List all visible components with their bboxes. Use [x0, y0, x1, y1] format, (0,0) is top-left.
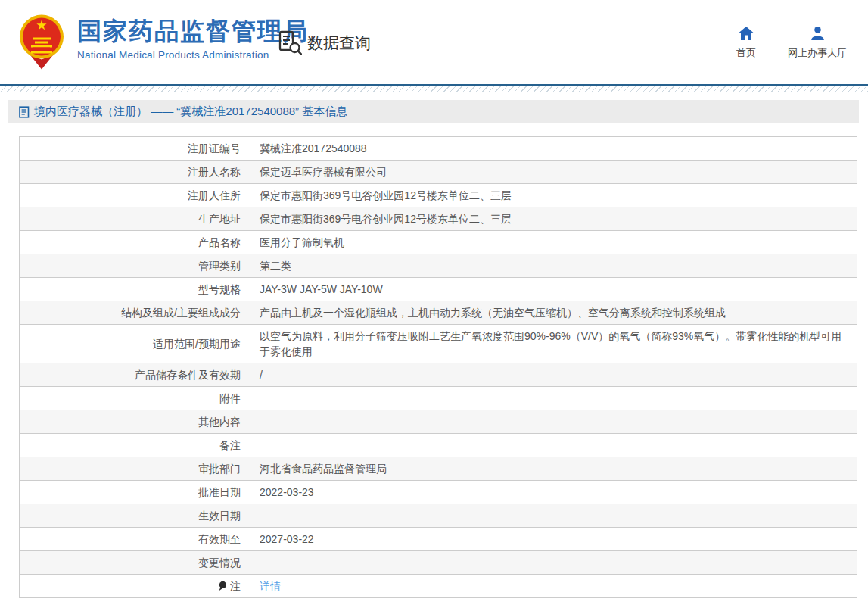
row-label: 注册人住所: [20, 184, 250, 207]
site-title-en: National Medical Products Administration: [77, 49, 309, 61]
row-label: 产品名称: [20, 231, 250, 254]
row-value: 详情: [250, 575, 857, 598]
row-value: 冀械注准20172540088: [250, 137, 857, 161]
breadcrumb-text: 境内医疗器械（注册） —— “冀械注准20172540088” 基本信息: [34, 104, 347, 119]
brand-text: 国家药品监督管理局 National Medical Products Admi…: [77, 13, 309, 61]
table-row: 批准日期2022-03-23: [20, 481, 857, 504]
row-label: 备注: [20, 434, 250, 457]
table-row: 备注: [20, 434, 857, 457]
table-row: 结构及组成/主要组成成分产品由主机及一个湿化瓶组成，主机由动力系统（无油空气压缩…: [20, 301, 857, 325]
row-value: [250, 551, 857, 575]
table-row: 生效日期: [20, 504, 857, 528]
table-row: 适用范围/预期用途以空气为原料，利用分子筛变压吸附工艺生产氧浓度范围90%-96…: [20, 325, 857, 363]
main-content: 境内医疗器械（注册） —— “冀械注准20172540088” 基本信息 注册证…: [8, 100, 859, 598]
row-label: 变更情况: [20, 551, 250, 575]
row-label: 注册人名称: [20, 161, 250, 184]
document-search-icon: [278, 30, 302, 55]
table-row: 注册人名称保定迈卓医疗器械有限公司: [20, 161, 857, 184]
table-row: 变更情况: [20, 551, 857, 575]
row-label: 附件: [20, 387, 250, 410]
row-value: 第二类: [250, 254, 857, 278]
row-label: 有效期至: [20, 528, 250, 551]
row-value: 以空气为原料，利用分子筛变压吸附工艺生产氧浓度范围90%-96%（V/V）的氧气…: [250, 325, 857, 363]
row-label: 其他内容: [20, 410, 250, 434]
data-query-label: 数据查询: [307, 33, 371, 54]
data-query[interactable]: 数据查询: [278, 30, 371, 55]
row-label: 生产地址: [20, 207, 250, 231]
site-header: 国家药品监督管理局 National Medical Products Admi…: [0, 0, 868, 84]
top-nav: 首页 网上办事大厅: [736, 27, 847, 60]
row-label: 适用范围/预期用途: [20, 325, 250, 363]
row-value: 保定市惠阳街369号电谷创业园12号楼东单位二、三层: [250, 207, 857, 231]
nav-service-hall-label: 网上办事大厅: [788, 46, 847, 60]
row-value: [250, 434, 857, 457]
row-value: 2027-03-22: [250, 528, 857, 551]
row-label: 结构及组成/主要组成成分: [20, 301, 250, 325]
table-row: 注册人住所保定市惠阳街369号电谷创业园12号楼东单位二、三层: [20, 184, 857, 207]
table-row: 产品储存条件及有效期/: [20, 363, 857, 387]
info-table-body: 注册证编号冀械注准20172540088注册人名称保定迈卓医疗器械有限公司注册人…: [20, 137, 857, 598]
table-row: 型号规格JAY-3W JAY-5W JAY-10W: [20, 278, 857, 301]
row-value: 2022-03-23: [250, 481, 857, 504]
row-value: 保定市惠阳街369号电谷创业园12号楼东单位二、三层: [250, 184, 857, 207]
table-row: 附件: [20, 387, 857, 410]
brand-logo[interactable]: 国家药品监督管理局 National Medical Products Admi…: [19, 13, 309, 70]
row-label: 产品储存条件及有效期: [20, 363, 250, 387]
nav-home-label: 首页: [736, 46, 756, 60]
person-icon: [810, 27, 825, 40]
row-label: 管理类别: [20, 254, 250, 278]
row-label: 生效日期: [20, 504, 250, 528]
document-icon: [19, 106, 30, 118]
table-row: 生产地址保定市惠阳街369号电谷创业园12号楼东单位二、三层: [20, 207, 857, 231]
table-row: 审批部门河北省食品药品监督管理局: [20, 457, 857, 481]
nav-home[interactable]: 首页: [736, 27, 756, 60]
home-icon: [739, 27, 754, 40]
row-value: 保定迈卓医疗器械有限公司: [250, 161, 857, 184]
row-value: JAY-3W JAY-5W JAY-10W: [250, 278, 857, 301]
nav-service-hall[interactable]: 网上办事大厅: [788, 27, 847, 60]
row-value: 产品由主机及一个湿化瓶组成，主机由动力系统（无油空气压缩机）、空气分离系统和控制…: [250, 301, 857, 325]
row-value: [250, 504, 857, 528]
page: 国家药品监督管理局 National Medical Products Admi…: [0, 0, 868, 598]
national-emblem-icon: [19, 13, 64, 70]
registration-info-table: 注册证编号冀械注准20172540088注册人名称保定迈卓医疗器械有限公司注册人…: [19, 136, 857, 598]
note-detail-link[interactable]: 详情: [260, 580, 281, 592]
table-row: 注册证编号冀械注准20172540088: [20, 137, 857, 161]
row-label: 型号规格: [20, 278, 250, 301]
header-hatch-stripe: [0, 86, 868, 92]
table-row: 管理类别第二类: [20, 254, 857, 278]
row-label: 注: [20, 575, 250, 598]
row-value: 河北省食品药品监督管理局: [250, 457, 857, 481]
row-label: 注册证编号: [20, 137, 250, 161]
row-value: 医用分子筛制氧机: [250, 231, 857, 254]
bulb-icon: [218, 581, 227, 591]
table-row: 产品名称医用分子筛制氧机: [20, 231, 857, 254]
site-title-cn: 国家药品监督管理局: [77, 17, 309, 45]
row-value: [250, 410, 857, 434]
table-row: 注详情: [20, 575, 857, 598]
row-value: [250, 387, 857, 410]
breadcrumb: 境内医疗器械（注册） —— “冀械注准20172540088” 基本信息: [8, 100, 859, 123]
table-row: 其他内容: [20, 410, 857, 434]
row-label: 审批部门: [20, 457, 250, 481]
row-label: 批准日期: [20, 481, 250, 504]
row-value: /: [250, 363, 857, 387]
table-row: 有效期至2027-03-22: [20, 528, 857, 551]
